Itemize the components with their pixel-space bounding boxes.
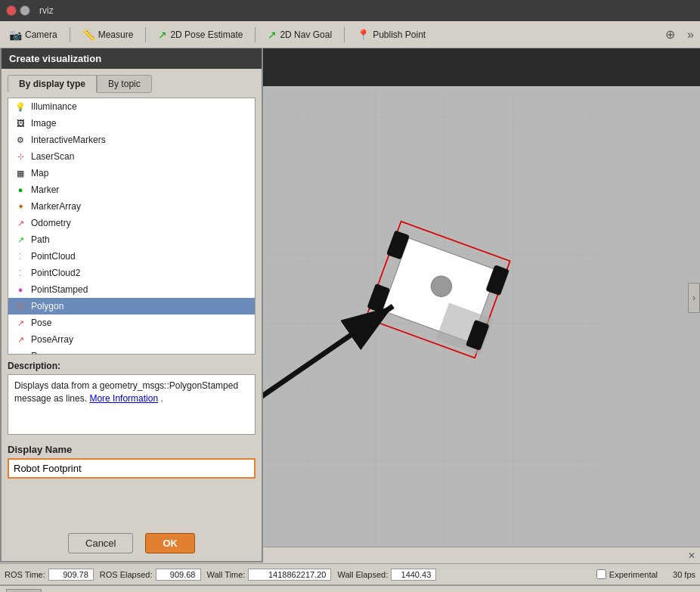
time-close-button[interactable]: ✕ bbox=[688, 550, 695, 561]
toolbar-sep-3 bbox=[255, 27, 256, 42]
illuminance-icon: 💡 bbox=[14, 101, 26, 113]
ros-time-label: ROS Time: bbox=[5, 570, 45, 579]
pose-icon: ↗ bbox=[14, 317, 26, 329]
more-info-link[interactable]: More Information bbox=[89, 393, 158, 404]
dialog-title: Create visualization bbox=[2, 48, 262, 69]
list-item-polygon[interactable]: ⬡ Polygon bbox=[8, 298, 255, 315]
svg-line-22 bbox=[256, 306, 393, 401]
app-title: rviz bbox=[39, 5, 54, 16]
title-bar: rviz bbox=[0, 0, 700, 21]
tab-topic[interactable]: By topic bbox=[97, 75, 152, 93]
wall-elapsed-label: Wall Elapsed: bbox=[337, 570, 388, 579]
pose-array-icon: ↗ bbox=[14, 333, 26, 346]
toolbar-publish-point[interactable]: 📍 Publish Point bbox=[354, 27, 429, 42]
marker-icon: ● bbox=[14, 184, 26, 196]
list-item-map[interactable]: ▦ Map bbox=[8, 165, 255, 181]
toolbar-nav-goal[interactable]: ↗ 2D Nav Goal bbox=[265, 27, 335, 42]
odometry-icon: ↗ bbox=[14, 217, 26, 229]
ros-time-value: 909.78 bbox=[48, 569, 94, 581]
toolbar-extend[interactable]: » bbox=[687, 28, 694, 42]
toolbar-camera[interactable]: 📷 Camera bbox=[6, 27, 60, 42]
list-item-point-stamped[interactable]: ● PointStamped bbox=[8, 281, 255, 298]
dialog-buttons: Cancel OK bbox=[2, 525, 262, 561]
hint-bar: Reset Left-Click: Rotate. Middle-Click: … bbox=[0, 584, 700, 592]
list-item-marker[interactable]: ● Marker bbox=[8, 181, 255, 198]
path-icon: ↗ bbox=[14, 234, 26, 246]
svg-rect-18 bbox=[485, 265, 510, 296]
publish-point-label: Publish Point bbox=[373, 29, 426, 40]
create-visualization-dialog: Create visualization By display type By … bbox=[0, 48, 263, 563]
list-item-laser-scan[interactable]: ⊹ LaserScan bbox=[8, 148, 255, 165]
wall-elapsed-field: Wall Elapsed: 1440.43 bbox=[337, 569, 436, 581]
minimize-button[interactable] bbox=[20, 5, 30, 16]
list-item-interactive-markers[interactable]: ⚙ InteractiveMarkers bbox=[8, 132, 255, 148]
svg-rect-16 bbox=[386, 230, 410, 259]
tab-bar: By display type By topic bbox=[8, 75, 256, 93]
nav-goal-label: 2D Nav Goal bbox=[280, 29, 332, 40]
experimental-checkbox[interactable] bbox=[596, 569, 606, 579]
map-icon: ▦ bbox=[14, 167, 26, 179]
close-button[interactable] bbox=[6, 5, 17, 16]
list-item-marker-array[interactable]: ✦ MarkerArray bbox=[8, 198, 255, 215]
point-cloud2-icon: ⁚ bbox=[14, 267, 26, 279]
visualization-list[interactable]: 💡 Illuminance 🖼 Image ⚙ InteractiveMarke… bbox=[8, 98, 256, 355]
cancel-button[interactable]: Cancel bbox=[68, 533, 133, 553]
list-item-path[interactable]: ↗ Path bbox=[8, 231, 255, 248]
experimental-label: Experimental bbox=[609, 570, 658, 579]
interactive-markers-icon: ⚙ bbox=[14, 134, 26, 146]
reset-button[interactable]: Reset bbox=[6, 589, 42, 592]
svg-rect-19 bbox=[466, 320, 490, 351]
ros-elapsed-value: 909.68 bbox=[156, 569, 201, 581]
list-item-illuminance[interactable]: 💡 Illuminance bbox=[8, 98, 255, 115]
point-stamped-icon: ● bbox=[14, 284, 26, 296]
publish-point-icon: 📍 bbox=[357, 29, 370, 41]
toolbar-sep-1 bbox=[70, 27, 70, 42]
nav-goal-icon: ↗ bbox=[268, 29, 277, 41]
svg-rect-13 bbox=[366, 222, 510, 358]
toolbar-more[interactable]: ⊕ bbox=[662, 26, 678, 43]
ros-elapsed-label: ROS Elapsed: bbox=[100, 570, 153, 579]
polygon-icon: ⬡ bbox=[14, 300, 26, 312]
svg-point-20 bbox=[428, 273, 454, 299]
marker-array-icon: ✦ bbox=[14, 200, 26, 212]
wall-time-value: 1418862217.20 bbox=[248, 569, 331, 581]
list-item-image[interactable]: 🖼 Image bbox=[8, 115, 255, 132]
measure-label: Measure bbox=[98, 29, 134, 40]
range-icon: ▽ bbox=[14, 350, 26, 355]
toolbar-measure[interactable]: 📏 Measure bbox=[79, 27, 137, 42]
description-label: Description: bbox=[8, 361, 256, 371]
wall-time-label: Wall Time: bbox=[207, 570, 246, 579]
toolbar-pose-estimate[interactable]: ↗ 2D Pose Estimate bbox=[155, 27, 246, 42]
list-item-pose-array[interactable]: ↗ PoseArray bbox=[8, 331, 255, 348]
list-item-point-cloud2[interactable]: ⁚ PointCloud2 bbox=[8, 265, 255, 281]
pose-estimate-icon: ↗ bbox=[158, 29, 167, 41]
main-toolbar: 📷 Camera 📏 Measure ↗ 2D Pose Estimate ↗ … bbox=[0, 21, 700, 48]
ros-time-field: ROS Time: 909.78 bbox=[5, 569, 94, 581]
display-name-input[interactable] bbox=[8, 458, 256, 479]
svg-rect-17 bbox=[367, 284, 390, 313]
camera-icon: 📷 bbox=[9, 29, 22, 41]
list-item-point-cloud[interactable]: ⁚ PointCloud bbox=[8, 248, 255, 265]
svg-rect-14 bbox=[383, 238, 497, 343]
wall-time-field: Wall Time: 1418862217.20 bbox=[207, 569, 332, 581]
point-cloud-icon: ⁚ bbox=[14, 250, 26, 262]
pose-estimate-label: 2D Pose Estimate bbox=[170, 29, 243, 40]
ros-elapsed-field: ROS Elapsed: 909.68 bbox=[100, 569, 201, 581]
panel-collapse-handle[interactable]: › bbox=[688, 283, 700, 313]
svg-rect-15 bbox=[436, 303, 494, 355]
toolbar-sep-2 bbox=[145, 27, 146, 42]
title-bar-buttons bbox=[6, 5, 30, 16]
measure-icon: 📏 bbox=[82, 29, 95, 41]
wall-elapsed-value: 1440.43 bbox=[391, 569, 436, 581]
list-item-pose[interactable]: ↗ Pose bbox=[8, 315, 255, 331]
status-bar: ROS Time: 909.78 ROS Elapsed: 909.68 Wal… bbox=[0, 563, 700, 584]
tab-display-type[interactable]: By display type bbox=[8, 75, 97, 93]
list-item-range[interactable]: ▽ Range bbox=[8, 348, 255, 355]
list-item-odometry[interactable]: ↗ Odometry bbox=[8, 215, 255, 231]
ok-button[interactable]: OK bbox=[145, 533, 195, 553]
laser-scan-icon: ⊹ bbox=[14, 150, 26, 163]
camera-label: Camera bbox=[25, 29, 57, 40]
experimental-checkbox-group: Experimental bbox=[596, 569, 658, 579]
toolbar-sep-4 bbox=[344, 27, 345, 42]
display-name-label: Display Name bbox=[8, 444, 256, 455]
